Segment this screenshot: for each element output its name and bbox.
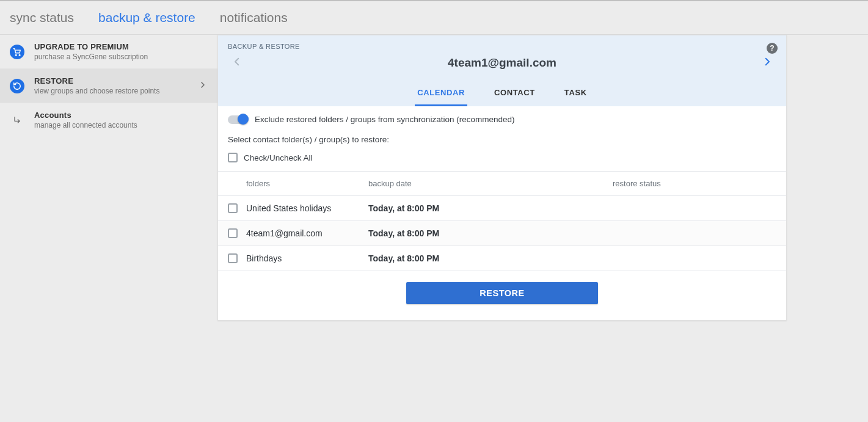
restore-card: BACKUP & RESTORE ? 4team1@gmail.com CALE… [217, 35, 787, 321]
sidebar-item-restore[interactable]: RESTORE view groups and choose restore p… [0, 69, 217, 103]
folders-table: folders backup date restore status Unite… [218, 171, 786, 271]
restore-button[interactable]: RESTORE [406, 282, 597, 304]
col-header-folders: folders [246, 179, 368, 188]
row-date: Today, at 8:00 PM [368, 253, 613, 263]
breadcrumb: BACKUP & RESTORE [228, 43, 776, 50]
row-date: Today, at 8:00 PM [368, 228, 613, 238]
svg-point-0 [15, 54, 16, 56]
exclude-sync-label: Exclude restored folders / groups from s… [255, 115, 514, 124]
help-icon[interactable]: ? [767, 43, 778, 54]
sidebar-premium-sub: purchase a SyncGene subscription [34, 53, 208, 61]
svg-point-1 [19, 54, 20, 56]
row-folder: United States holidays [246, 203, 368, 213]
sidebar-premium-title: UPGRADE TO PREMIUM [34, 42, 208, 51]
exclude-sync-toggle[interactable] [228, 115, 247, 124]
tab-notifications[interactable]: notifications [220, 10, 288, 25]
sidebar-item-accounts[interactable]: Accounts manage all connected accounts [0, 103, 217, 137]
col-header-backup-date: backup date [368, 179, 613, 188]
row-date: Today, at 8:00 PM [368, 203, 613, 213]
chevron-right-icon [198, 80, 208, 92]
check-all-label: Check/Uncheck All [244, 153, 313, 162]
check-all-checkbox[interactable] [228, 153, 238, 162]
row-folder: 4team1@gmail.com [246, 228, 368, 238]
row-checkbox[interactable] [228, 228, 238, 238]
sidebar-accounts-title: Accounts [34, 111, 208, 120]
row-folder: Birthdays [246, 253, 368, 263]
sidebar-accounts-sub: manage all connected accounts [34, 121, 208, 129]
sidebar-restore-title: RESTORE [34, 76, 198, 85]
cart-icon [10, 45, 24, 59]
sidebar: UPGRADE TO PREMIUM purchase a SyncGene s… [0, 35, 217, 321]
col-header-restore-status: restore status [613, 179, 776, 188]
sidebar-restore-sub: view groups and choose restore points [34, 87, 198, 95]
subtab-contact[interactable]: CONTACT [492, 82, 538, 106]
account-email: 4team1@gmail.com [246, 56, 758, 70]
sidebar-item-premium[interactable]: UPGRADE TO PREMIUM purchase a SyncGene s… [0, 35, 217, 69]
prev-account-arrow [228, 53, 246, 73]
top-nav: sync status backup & restore notificatio… [0, 1, 868, 35]
subdirectory-icon [10, 113, 24, 128]
select-instruction: Select contact folder(s) / group(s) to r… [228, 135, 776, 144]
restore-icon [10, 79, 24, 93]
row-checkbox[interactable] [228, 253, 238, 263]
subtab-task[interactable]: TASK [562, 82, 589, 106]
table-row: United States holidays Today, at 8:00 PM [218, 196, 786, 221]
table-row: 4team1@gmail.com Today, at 8:00 PM [218, 221, 786, 246]
tab-backup-restore[interactable]: backup & restore [98, 10, 195, 25]
table-row: Birthdays Today, at 8:00 PM [218, 246, 786, 271]
next-account-arrow[interactable] [758, 53, 776, 73]
row-checkbox[interactable] [228, 203, 238, 213]
tab-sync-status[interactable]: sync status [10, 10, 74, 25]
subtab-calendar[interactable]: CALENDAR [415, 82, 467, 106]
